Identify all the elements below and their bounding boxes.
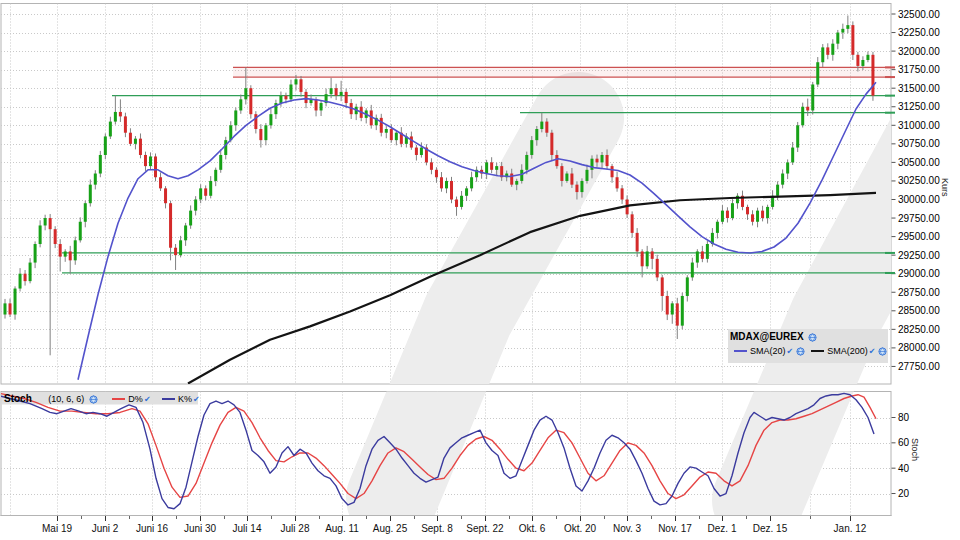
- x-tick-label: Okt. 6: [519, 523, 546, 534]
- x-tick-label: Juni 30: [184, 523, 217, 534]
- candle-body: [19, 274, 22, 289]
- candle-body: [801, 107, 804, 126]
- candle-body: [184, 225, 187, 240]
- candle-body: [264, 125, 267, 140]
- candle-body: [204, 188, 207, 195]
- candle-body: [776, 185, 779, 196]
- price-tick-label: 32000.00: [898, 46, 940, 57]
- candle-body: [831, 44, 834, 55]
- sma20-checkbox[interactable]: ✔: [787, 347, 794, 356]
- candle-body: [119, 112, 122, 116]
- candle-body: [470, 177, 473, 188]
- candle-body: [134, 139, 137, 144]
- candle-body: [9, 303, 12, 314]
- price-tick-label: 28250.00: [898, 324, 940, 335]
- candle-body: [445, 181, 448, 188]
- candle-body: [259, 129, 262, 140]
- sma200-checkbox[interactable]: ✔: [869, 347, 876, 356]
- candle-body: [671, 303, 674, 314]
- candle-body: [330, 88, 333, 94]
- price-tick-label: 31000.00: [898, 120, 940, 131]
- candle-body: [585, 170, 588, 181]
- candle-body: [34, 244, 37, 263]
- candle-body: [796, 125, 799, 147]
- price-tick-label: 29000.00: [898, 268, 940, 279]
- sma20-label[interactable]: SMA(20): [750, 346, 786, 356]
- candle-body: [415, 148, 418, 155]
- candle-body: [395, 133, 398, 140]
- stoch-k-swatch: [162, 398, 175, 400]
- candle-body: [681, 296, 684, 326]
- globe-icon[interactable]: [796, 347, 805, 356]
- price-axis: 32500.0032250.0032000.0031750.0031500.00…: [885, 9, 940, 500]
- price-tick-label: 30000.00: [898, 194, 940, 205]
- candle-body: [14, 289, 17, 315]
- stoch-k-label[interactable]: K%: [178, 394, 192, 404]
- candle-body: [666, 296, 669, 315]
- stoch-d-label[interactable]: D%: [128, 394, 143, 404]
- x-tick-label: Jan. 12: [834, 523, 867, 534]
- stoch-d-checkbox[interactable]: ✔: [144, 395, 151, 404]
- price-tick-label: 29500.00: [898, 231, 940, 242]
- candle-body: [159, 177, 162, 188]
- candle-body: [320, 103, 323, 110]
- main-chart-legend: MDAX@EUREX SMA(20)✔SMA(200)✔: [730, 330, 888, 362]
- candle-body: [94, 174, 97, 185]
- candle-body: [861, 60, 864, 66]
- candle-body: [866, 55, 869, 60]
- candle-body: [104, 136, 107, 155]
- stoch-tick-label: 20: [898, 488, 910, 499]
- x-tick-label: Juli 14: [233, 523, 262, 534]
- candle-body: [305, 92, 308, 103]
- candle-body: [646, 251, 649, 266]
- candle-body: [74, 240, 77, 260]
- price-chart-canvas[interactable]: 32500.0032250.0032000.0031750.0031500.00…: [0, 0, 960, 540]
- candle-body: [485, 162, 488, 173]
- candle-body: [124, 116, 127, 132]
- globe-icon[interactable]: [878, 347, 887, 356]
- candle-body: [410, 136, 413, 147]
- candle-body: [239, 99, 242, 110]
- candle-body: [490, 162, 493, 169]
- candle-body: [651, 251, 654, 258]
- candle-body: [385, 129, 388, 133]
- candle-body: [345, 92, 348, 103]
- price-tick-label: 30500.00: [898, 157, 940, 168]
- stoch-title[interactable]: Stoch: [4, 393, 32, 404]
- globe-icon[interactable]: [89, 395, 98, 404]
- candle-body: [294, 79, 297, 84]
- candle-body: [791, 148, 794, 163]
- candle-body: [535, 129, 538, 140]
- symbol-label: MDAX@EUREX: [730, 331, 804, 342]
- candle-body: [786, 162, 789, 173]
- stoch-k-checkbox[interactable]: ✔: [193, 395, 200, 404]
- candle-body: [836, 33, 839, 44]
- candle-body: [284, 96, 287, 100]
- globe-icon[interactable]: [808, 333, 817, 342]
- x-tick-label: Dez. 1: [708, 523, 737, 534]
- candle-body: [550, 133, 553, 155]
- candle-body: [575, 185, 578, 192]
- candle-body: [224, 140, 227, 155]
- price-tick-label: 31750.00: [898, 64, 940, 75]
- price-tick-label: 32250.00: [898, 27, 940, 38]
- candle-body: [460, 196, 463, 207]
- candle-body: [701, 251, 704, 258]
- candle-body: [495, 166, 498, 170]
- candle-body: [856, 55, 859, 66]
- candle-body: [390, 129, 393, 140]
- candle-body: [435, 170, 438, 177]
- sma200-label[interactable]: SMA(200): [827, 346, 868, 356]
- candle-body: [214, 170, 217, 181]
- candle-body: [631, 214, 634, 233]
- candle-body: [721, 211, 724, 222]
- resistance-band: [233, 67, 891, 77]
- candle-body: [174, 248, 177, 255]
- x-tick-label: Juli 28: [281, 523, 310, 534]
- price-tick-label: 28000.00: [898, 342, 940, 353]
- candle-body: [851, 25, 854, 55]
- sma20-line-swatch: [734, 350, 747, 352]
- candle-body: [164, 188, 167, 203]
- candle-body: [179, 240, 182, 255]
- candle-body: [49, 218, 52, 229]
